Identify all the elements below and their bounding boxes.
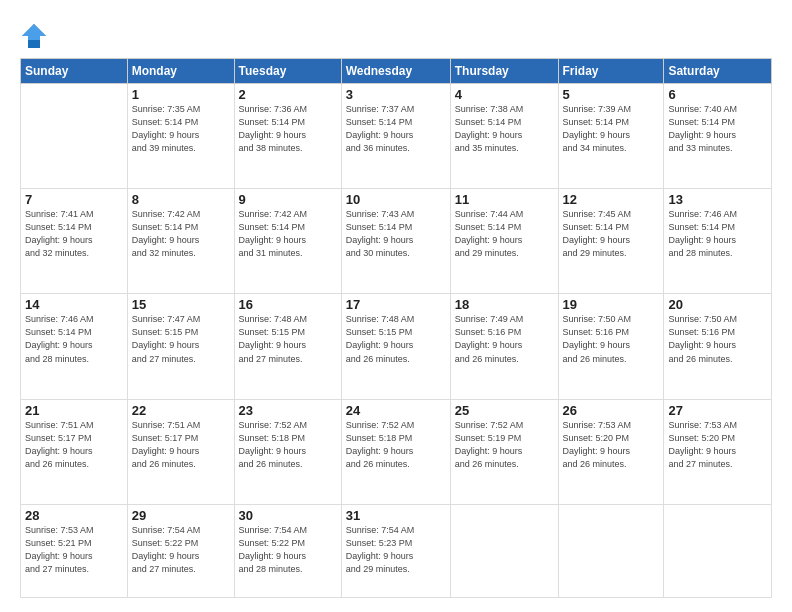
day-info: Sunrise: 7:52 AM Sunset: 5:18 PM Dayligh… (346, 419, 446, 471)
day-number: 28 (25, 508, 123, 523)
day-info: Sunrise: 7:53 AM Sunset: 5:20 PM Dayligh… (563, 419, 660, 471)
calendar-cell (450, 504, 558, 597)
day-info: Sunrise: 7:39 AM Sunset: 5:14 PM Dayligh… (563, 103, 660, 155)
calendar-cell (21, 84, 128, 189)
day-info: Sunrise: 7:43 AM Sunset: 5:14 PM Dayligh… (346, 208, 446, 260)
logo (20, 22, 50, 50)
day-number: 23 (239, 403, 337, 418)
weekday-header-sunday: Sunday (21, 59, 128, 84)
day-number: 24 (346, 403, 446, 418)
weekday-header-wednesday: Wednesday (341, 59, 450, 84)
day-info: Sunrise: 7:45 AM Sunset: 5:14 PM Dayligh… (563, 208, 660, 260)
calendar-cell: 18Sunrise: 7:49 AM Sunset: 5:16 PM Dayli… (450, 294, 558, 399)
day-number: 19 (563, 297, 660, 312)
day-info: Sunrise: 7:48 AM Sunset: 5:15 PM Dayligh… (239, 313, 337, 365)
day-number: 4 (455, 87, 554, 102)
day-number: 16 (239, 297, 337, 312)
day-number: 26 (563, 403, 660, 418)
day-info: Sunrise: 7:54 AM Sunset: 5:23 PM Dayligh… (346, 524, 446, 576)
calendar-cell: 1Sunrise: 7:35 AM Sunset: 5:14 PM Daylig… (127, 84, 234, 189)
day-info: Sunrise: 7:48 AM Sunset: 5:15 PM Dayligh… (346, 313, 446, 365)
calendar-cell: 9Sunrise: 7:42 AM Sunset: 5:14 PM Daylig… (234, 189, 341, 294)
day-info: Sunrise: 7:53 AM Sunset: 5:20 PM Dayligh… (668, 419, 767, 471)
weekday-header-friday: Friday (558, 59, 664, 84)
day-number: 18 (455, 297, 554, 312)
calendar-week-row: 1Sunrise: 7:35 AM Sunset: 5:14 PM Daylig… (21, 84, 772, 189)
day-number: 17 (346, 297, 446, 312)
calendar-cell: 29Sunrise: 7:54 AM Sunset: 5:22 PM Dayli… (127, 504, 234, 597)
calendar-cell (664, 504, 772, 597)
day-info: Sunrise: 7:38 AM Sunset: 5:14 PM Dayligh… (455, 103, 554, 155)
calendar-cell: 17Sunrise: 7:48 AM Sunset: 5:15 PM Dayli… (341, 294, 450, 399)
day-number: 13 (668, 192, 767, 207)
calendar-cell: 4Sunrise: 7:38 AM Sunset: 5:14 PM Daylig… (450, 84, 558, 189)
day-number: 31 (346, 508, 446, 523)
calendar-cell: 10Sunrise: 7:43 AM Sunset: 5:14 PM Dayli… (341, 189, 450, 294)
day-info: Sunrise: 7:52 AM Sunset: 5:18 PM Dayligh… (239, 419, 337, 471)
calendar-cell: 21Sunrise: 7:51 AM Sunset: 5:17 PM Dayli… (21, 399, 128, 504)
calendar-cell: 16Sunrise: 7:48 AM Sunset: 5:15 PM Dayli… (234, 294, 341, 399)
calendar-cell: 12Sunrise: 7:45 AM Sunset: 5:14 PM Dayli… (558, 189, 664, 294)
calendar-table: SundayMondayTuesdayWednesdayThursdayFrid… (20, 58, 772, 598)
day-info: Sunrise: 7:53 AM Sunset: 5:21 PM Dayligh… (25, 524, 123, 576)
weekday-header-tuesday: Tuesday (234, 59, 341, 84)
calendar-cell: 20Sunrise: 7:50 AM Sunset: 5:16 PM Dayli… (664, 294, 772, 399)
day-number: 20 (668, 297, 767, 312)
calendar-body: 1Sunrise: 7:35 AM Sunset: 5:14 PM Daylig… (21, 84, 772, 598)
day-number: 27 (668, 403, 767, 418)
day-number: 11 (455, 192, 554, 207)
calendar-header: SundayMondayTuesdayWednesdayThursdayFrid… (21, 59, 772, 84)
day-info: Sunrise: 7:41 AM Sunset: 5:14 PM Dayligh… (25, 208, 123, 260)
calendar-cell: 22Sunrise: 7:51 AM Sunset: 5:17 PM Dayli… (127, 399, 234, 504)
calendar-week-row: 14Sunrise: 7:46 AM Sunset: 5:14 PM Dayli… (21, 294, 772, 399)
calendar-cell: 23Sunrise: 7:52 AM Sunset: 5:18 PM Dayli… (234, 399, 341, 504)
weekday-header-thursday: Thursday (450, 59, 558, 84)
calendar-cell: 2Sunrise: 7:36 AM Sunset: 5:14 PM Daylig… (234, 84, 341, 189)
day-info: Sunrise: 7:51 AM Sunset: 5:17 PM Dayligh… (132, 419, 230, 471)
calendar-cell: 6Sunrise: 7:40 AM Sunset: 5:14 PM Daylig… (664, 84, 772, 189)
calendar-week-row: 21Sunrise: 7:51 AM Sunset: 5:17 PM Dayli… (21, 399, 772, 504)
day-number: 5 (563, 87, 660, 102)
day-info: Sunrise: 7:36 AM Sunset: 5:14 PM Dayligh… (239, 103, 337, 155)
day-number: 14 (25, 297, 123, 312)
day-number: 25 (455, 403, 554, 418)
day-number: 29 (132, 508, 230, 523)
day-info: Sunrise: 7:47 AM Sunset: 5:15 PM Dayligh… (132, 313, 230, 365)
svg-marker-1 (22, 24, 46, 40)
day-number: 1 (132, 87, 230, 102)
day-number: 10 (346, 192, 446, 207)
calendar-cell: 11Sunrise: 7:44 AM Sunset: 5:14 PM Dayli… (450, 189, 558, 294)
day-info: Sunrise: 7:54 AM Sunset: 5:22 PM Dayligh… (239, 524, 337, 576)
logo-icon (20, 22, 48, 50)
day-number: 12 (563, 192, 660, 207)
day-number: 15 (132, 297, 230, 312)
day-number: 8 (132, 192, 230, 207)
day-info: Sunrise: 7:46 AM Sunset: 5:14 PM Dayligh… (25, 313, 123, 365)
calendar-cell: 14Sunrise: 7:46 AM Sunset: 5:14 PM Dayli… (21, 294, 128, 399)
calendar-cell: 27Sunrise: 7:53 AM Sunset: 5:20 PM Dayli… (664, 399, 772, 504)
calendar-cell: 5Sunrise: 7:39 AM Sunset: 5:14 PM Daylig… (558, 84, 664, 189)
day-number: 2 (239, 87, 337, 102)
day-info: Sunrise: 7:46 AM Sunset: 5:14 PM Dayligh… (668, 208, 767, 260)
calendar-cell: 19Sunrise: 7:50 AM Sunset: 5:16 PM Dayli… (558, 294, 664, 399)
day-info: Sunrise: 7:35 AM Sunset: 5:14 PM Dayligh… (132, 103, 230, 155)
calendar-cell: 25Sunrise: 7:52 AM Sunset: 5:19 PM Dayli… (450, 399, 558, 504)
day-info: Sunrise: 7:52 AM Sunset: 5:19 PM Dayligh… (455, 419, 554, 471)
day-info: Sunrise: 7:40 AM Sunset: 5:14 PM Dayligh… (668, 103, 767, 155)
calendar-cell: 30Sunrise: 7:54 AM Sunset: 5:22 PM Dayli… (234, 504, 341, 597)
day-number: 21 (25, 403, 123, 418)
day-number: 22 (132, 403, 230, 418)
day-number: 6 (668, 87, 767, 102)
day-number: 9 (239, 192, 337, 207)
header (20, 18, 772, 50)
day-info: Sunrise: 7:49 AM Sunset: 5:16 PM Dayligh… (455, 313, 554, 365)
day-number: 3 (346, 87, 446, 102)
calendar-cell: 8Sunrise: 7:42 AM Sunset: 5:14 PM Daylig… (127, 189, 234, 294)
day-info: Sunrise: 7:50 AM Sunset: 5:16 PM Dayligh… (563, 313, 660, 365)
calendar-cell: 26Sunrise: 7:53 AM Sunset: 5:20 PM Dayli… (558, 399, 664, 504)
day-info: Sunrise: 7:51 AM Sunset: 5:17 PM Dayligh… (25, 419, 123, 471)
day-number: 30 (239, 508, 337, 523)
calendar-page: SundayMondayTuesdayWednesdayThursdayFrid… (0, 0, 792, 612)
day-info: Sunrise: 7:54 AM Sunset: 5:22 PM Dayligh… (132, 524, 230, 576)
weekday-header-row: SundayMondayTuesdayWednesdayThursdayFrid… (21, 59, 772, 84)
